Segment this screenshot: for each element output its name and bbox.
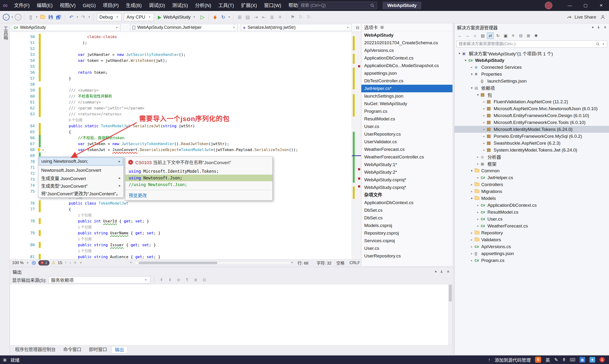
code-line-text[interactable]: var tokenJwt = JsonConvert.DeserializeOb…: [51, 147, 298, 153]
show-all-files-icon[interactable]: ≡: [510, 32, 517, 39]
open-document-item[interactable]: ApplicationDbContext.cs: [361, 199, 453, 207]
code-cleanup-dropdown-icon[interactable]: ▾: [79, 261, 83, 264]
code-line-text[interactable]: claims:claims: [51, 34, 117, 40]
output-scrollbar[interactable]: [448, 284, 452, 345]
code-line-text[interactable]: /// 不检查有效性并解析: [51, 93, 112, 99]
quick-search-input[interactable]: [301, 3, 368, 8]
panel-tab[interactable]: 即时窗口: [86, 346, 110, 353]
expander-icon[interactable]: ▸: [475, 224, 481, 228]
solution-configurations-dropdown[interactable]: Debug▾: [97, 13, 122, 21]
code-line-text[interactable]: public string Issuer { get; set; }: [51, 242, 156, 248]
scroll-left-icon[interactable]: ◂: [130, 260, 131, 264]
expander-icon[interactable]: ▸: [481, 134, 487, 138]
open-document-item[interactable]: WebApiStudy:1*: [361, 161, 453, 169]
bookmark-icon[interactable]: ⚑: [289, 13, 297, 21]
add-to-source-control-button[interactable]: 添加到源代码管理: [494, 357, 531, 363]
zoom-dropdown-icon[interactable]: ▾: [26, 261, 29, 264]
quick-search[interactable]: [298, 2, 377, 9]
open-document-item[interactable]: UserRepository.cs: [361, 130, 453, 138]
open-document-item[interactable]: DbTestController.cs: [361, 77, 453, 85]
redo-button[interactable]: ↷: [79, 13, 87, 21]
pin-icon[interactable]: [597, 26, 600, 29]
expander-icon[interactable]: ▾: [469, 169, 475, 172]
expander-icon[interactable]: ▸: [469, 231, 475, 234]
pin-icon[interactable]: [440, 270, 443, 273]
type-dropdown[interactable]: WebApiStudy.Common.JwtHelper ▾: [130, 24, 238, 31]
menu-item[interactable]: 生成(B): [122, 0, 145, 11]
open-file-button[interactable]: [39, 13, 46, 21]
solution-search-input[interactable]: [459, 42, 594, 46]
outdent-icon[interactable]: ⇤: [260, 13, 268, 21]
expander-icon[interactable]: ▾: [469, 72, 475, 76]
menu-item[interactable]: 项目(P): [99, 0, 122, 11]
solution-search[interactable]: ▾: [456, 40, 607, 48]
new-file-dropdown-icon[interactable]: ▾: [35, 15, 38, 19]
open-document-item[interactable]: Models.csproj: [361, 222, 453, 229]
preview-changes-link[interactable]: 预览更改: [129, 193, 147, 198]
tree-item[interactable]: {}launchSettings.json: [455, 78, 609, 84]
open-document-item[interactable]: ApiVersions.cs: [361, 47, 453, 54]
expander-icon[interactable]: ▸: [475, 155, 481, 159]
open-document-item[interactable]: UserValidator.cs: [361, 138, 453, 146]
save-button[interactable]: [47, 13, 54, 21]
navigate-backward-dropdown-icon[interactable]: ▾: [11, 15, 14, 19]
open-document-item[interactable]: Program.cs: [361, 107, 453, 115]
open-document-item[interactable]: Services.csproj: [361, 237, 453, 245]
code-line-text[interactable]: //不校验，直接解析token: [51, 135, 124, 141]
open-document-item[interactable]: WeatherForecast.cs: [361, 146, 453, 153]
navigate-backward-button[interactable]: ←: [3, 14, 10, 20]
tree-item[interactable]: ▸Swashbuckle.AspNetCore (6.2.3): [455, 140, 609, 146]
tree-item[interactable]: ▸C#JwtHelper.cs: [455, 174, 609, 181]
expander-icon[interactable]: ▸: [469, 245, 475, 248]
keyboard-icon[interactable]: [570, 358, 575, 362]
close-icon[interactable]: ✕: [447, 270, 450, 274]
zoom-level[interactable]: 100 %: [12, 260, 24, 265]
minimize-button[interactable]: —: [562, 0, 578, 11]
horizontal-scrollbar-thumb[interactable]: [139, 262, 217, 264]
tree-item[interactable]: ▸System.IdentityModel.Tokens.Jwt (6.24.0…: [455, 146, 609, 154]
back-icon[interactable]: ←: [456, 32, 463, 39]
tree-item[interactable]: ▸Microsoft.EntityFrameworkCore.Design (6…: [455, 112, 609, 119]
ime-mode[interactable]: 英: [545, 357, 550, 363]
expander-icon[interactable]: ▸: [469, 252, 475, 255]
open-document-item[interactable]: DbSet.cs: [361, 207, 453, 214]
member-dropdown[interactable]: ◈ SerializeJwt(string jwtStr) ▾: [241, 24, 352, 31]
menu-item[interactable]: 扩展(X): [237, 0, 260, 11]
uncomment-icon[interactable]: ≡: [276, 13, 284, 21]
tree-item[interactable]: ▸Controllers: [455, 181, 609, 188]
undo-dropdown-icon[interactable]: ▾: [76, 15, 79, 19]
toggle-output-icon[interactable]: ≣: [193, 277, 199, 283]
code-line-text[interactable]: /// <param name="jwtStr"></param>: [51, 105, 144, 111]
collapse-all-icon[interactable]: ⊟: [518, 32, 524, 39]
close-icon[interactable]: ✕: [604, 25, 607, 29]
code-line-text[interactable]: var jwtToken = new JwtSecurityTokenHandl…: [51, 141, 229, 147]
expander-icon[interactable]: ▸: [475, 210, 481, 214]
code-line-text[interactable]: {: [51, 206, 71, 212]
hot-reload-dropdown-icon[interactable]: ▾: [227, 15, 231, 19]
properties-icon[interactable]: ✱: [533, 32, 539, 39]
indent-icon[interactable]: ⇥: [252, 13, 259, 21]
tree-item[interactable]: ▸C#ApplicationDbContext.cs: [455, 202, 609, 209]
horizontal-splitter[interactable]: [10, 266, 453, 268]
scroll-right-icon[interactable]: ▸: [292, 260, 293, 264]
user-avatar[interactable]: [545, 2, 552, 9]
open-document-item[interactable]: User.cs: [361, 245, 453, 252]
expander-icon[interactable]: ▸: [481, 114, 487, 117]
codelens-references[interactable]: 0 个引用: [51, 117, 83, 123]
tree-item[interactable]: ▸Microsoft.IdentityModel.Tokens (6.24.0): [455, 126, 609, 133]
tree-item[interactable]: ▸C#ResultModel.cs: [455, 209, 609, 216]
expander-icon[interactable]: ▸: [475, 217, 481, 221]
codelens-references[interactable]: 1 个引用: [51, 212, 91, 218]
feedback-icon[interactable]: [599, 13, 607, 21]
start-debugging-button[interactable]: ▶ WebApiStudy ▾: [155, 14, 198, 20]
tree-item[interactable]: ▾Common: [455, 167, 609, 174]
live-share-label[interactable]: Live Share: [574, 14, 596, 20]
split-window-button[interactable]: ⊟: [356, 25, 359, 30]
expander-icon[interactable]: ▾: [463, 59, 468, 62]
expander-icon[interactable]: ▸: [469, 183, 475, 186]
open-document-item[interactable]: WeatherForecastController.cs: [361, 153, 453, 161]
live-share-icon[interactable]: [566, 13, 573, 21]
quick-fix-item[interactable]: Newtonsoft.Json.JsonConvert: [39, 167, 123, 174]
menu-item[interactable]: 测试(S): [168, 0, 192, 11]
code-cleanup-icon[interactable]: ✧: [74, 260, 77, 265]
